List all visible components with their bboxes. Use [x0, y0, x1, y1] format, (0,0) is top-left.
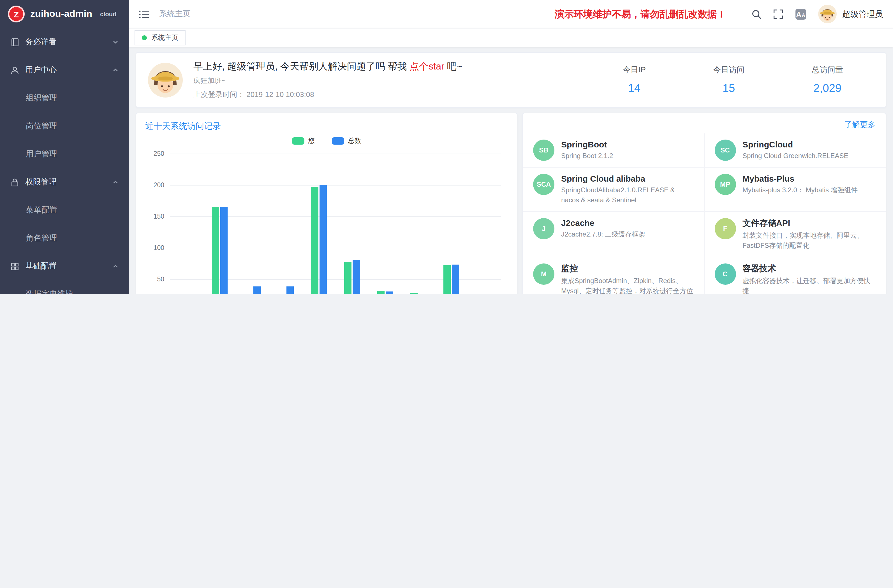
stat-value[interactable]: 2,029 [812, 82, 843, 95]
feature-7[interactable]: C容器技术虚拟化容器技术，让迁移、部署更加方便快捷 [704, 257, 886, 294]
bar-s0-c7[interactable] [410, 293, 418, 294]
feature-badge: M [533, 263, 555, 285]
feature-5[interactable]: F文件存储API封装文件接口，实现本地存储、阿里云、FastDFS存储的配置化 [704, 212, 886, 257]
logo[interactable]: Z zuihou-admin cloud [0, 0, 129, 28]
sidebar-item-3[interactable]: 基础配置 [0, 252, 129, 280]
sidebar-item-1[interactable]: 用户中心 [0, 56, 129, 84]
sidebar-item-2[interactable]: 权限管理 [0, 168, 129, 196]
feature-title: J2cache [561, 218, 645, 227]
feature-title: 容器技术 [743, 263, 876, 274]
header: 系统主页 演示环境维护不易，请勿乱删乱改数据！ A A [129, 0, 893, 28]
bar-legend-item[interactable]: 您 [292, 136, 315, 146]
bar-s0-c1[interactable] [212, 207, 219, 294]
bar-s1-c6[interactable] [386, 292, 393, 294]
sidebar-subitem-2-1[interactable]: 角色管理 [0, 224, 129, 252]
chevron-up-icon [112, 179, 119, 185]
stat-label: 今日访问 [713, 65, 744, 75]
sidebar-item-0[interactable]: 务必详看 [0, 28, 129, 56]
feature-1[interactable]: SCSpringCloudSpring Cloud Greenwich.RELE… [704, 134, 886, 168]
sidebar-subitem-1-2[interactable]: 用户管理 [0, 140, 129, 168]
features-head: 了解更多 [523, 113, 886, 134]
collapse-menu-icon[interactable] [139, 10, 149, 18]
sidebar-item-label: 权限管理 [25, 177, 57, 187]
bar-s1-c5[interactable] [353, 260, 360, 294]
features-card: 了解更多 SBSpringBootSpring Boot 2.1.2SCSpri… [522, 113, 886, 294]
feature-body: SpringCloudSpring Cloud Greenwich.RELEAS… [743, 140, 848, 161]
feature-body: Mybatis-PlusMybatis-plus 3.2.0： Mybatis … [743, 174, 858, 205]
bar-s0-c6[interactable] [377, 291, 385, 294]
feature-badge: SC [714, 140, 736, 161]
feature-title: SpringBoot [561, 140, 613, 149]
stat-value[interactable]: 14 [623, 82, 646, 95]
greeting-title: 早上好, 超级管理员, 今天帮别人解决问题了吗 帮我 点个star 吧~ [193, 60, 462, 73]
stat-0: 今日IP14 [623, 65, 646, 95]
bar-gridline [170, 153, 501, 154]
bar-s0-c8[interactable] [444, 265, 451, 294]
bar-s1-c4[interactable] [320, 185, 327, 294]
bar-s0-c4[interactable] [311, 187, 319, 294]
fullscreen-icon[interactable] [773, 9, 783, 20]
font-size-icon[interactable]: A A [795, 8, 806, 20]
bar-s1-c8[interactable] [452, 265, 459, 294]
stat-label: 总访问量 [812, 65, 843, 75]
y-axis-label: 150 [145, 213, 164, 220]
feature-badge: J [533, 218, 555, 239]
feature-3[interactable]: MPMybatis-PlusMybatis-plus 3.2.0： Mybati… [704, 168, 886, 212]
visits-card: 近十天系统访问记录 您总数 0501001502002502019-12-012… [136, 113, 517, 294]
feature-desc: 虚拟化容器技术，让迁移、部署更加方便快捷 [743, 276, 876, 294]
feature-0[interactable]: SBSpringBootSpring Boot 2.1.2 [523, 134, 704, 168]
user-avatar[interactable] [818, 5, 837, 24]
bar-gridline [170, 248, 501, 248]
sidebar-subitem-1-1[interactable]: 岗位管理 [0, 112, 129, 140]
sidebar-subitem-3-0[interactable]: 数据字典维护 [0, 280, 129, 294]
feature-desc: Spring Boot 2.1.2 [561, 151, 613, 161]
app-title: zuihou-admin [30, 8, 92, 20]
bar-s1-c3[interactable] [286, 287, 294, 294]
svg-text:A: A [796, 10, 801, 18]
greeting-avatar [147, 62, 183, 98]
sidebar-subitem-1-0[interactable]: 组织管理 [0, 84, 129, 112]
y-axis-label: 200 [145, 182, 164, 188]
legend-swatch [332, 137, 344, 144]
page-content: 早上好, 超级管理员, 今天帮别人解决问题了吗 帮我 点个star 吧~ 疯狂加… [129, 47, 893, 294]
tab-home[interactable]: 系统主页 [135, 30, 186, 45]
feature-4[interactable]: JJ2cacheJ2cache2.7.8: 二级缓存框架 [523, 212, 704, 257]
visits-bar-chart[interactable]: 0501001502002502019-12-012019-12-042019-… [145, 149, 508, 294]
bar-s1-c7[interactable] [419, 294, 426, 294]
grid-icon [10, 262, 20, 271]
visits-chart-title: 近十天系统访问记录 [145, 121, 508, 132]
features-grid: SBSpringBootSpring Boot 2.1.2SCSpringClo… [523, 134, 886, 294]
legend-label: 您 [308, 136, 315, 146]
sidebar-menu: 务必详看用户中心组织管理岗位管理用户管理权限管理菜单配置角色管理基础配置数据字典… [0, 28, 129, 294]
bar-legend-item[interactable]: 总数 [332, 136, 361, 146]
y-axis-label: 250 [145, 150, 164, 157]
learn-more-link[interactable]: 了解更多 [844, 120, 876, 130]
sidebar-subitem-2-0[interactable]: 菜单配置 [0, 196, 129, 224]
bar-gridline [170, 279, 501, 280]
feature-desc: Spring Cloud Greenwich.RELEASE [743, 151, 848, 161]
feature-desc: 封装文件接口，实现本地存储、阿里云、FastDFS存储的配置化 [743, 230, 876, 251]
search-icon[interactable] [751, 9, 762, 20]
feature-body: 监控集成SpringBootAdmin、Zipkin、Redis、Mysql、定… [561, 263, 694, 294]
row-charts: 近十天系统访问记录 您总数 0501001502002502019-12-012… [136, 113, 886, 294]
feature-body: SpringBootSpring Boot 2.1.2 [561, 140, 613, 161]
app-root: Z zuihou-admin cloud 务必详看用户中心组织管理岗位管理用户管… [0, 0, 893, 294]
greeting-subtitle: 疯狂加班~ [193, 76, 462, 86]
feature-title: Mybatis-Plus [743, 174, 858, 183]
user-icon [10, 65, 20, 75]
username[interactable]: 超级管理员 [842, 9, 883, 20]
bar-s1-c2[interactable] [253, 287, 261, 294]
feature-2[interactable]: SCASpring Cloud alibabaSpringCloudAlibab… [523, 168, 704, 212]
sidebar-item-label: 务必详看 [25, 37, 57, 47]
logo-icon: Z [8, 6, 25, 23]
bar-s1-c1[interactable] [220, 207, 227, 294]
feature-6[interactable]: M监控集成SpringBootAdmin、Zipkin、Redis、Mysql、… [523, 257, 704, 294]
greeting-text-before: 早上好, 超级管理员, 今天帮别人解决问题了吗 帮我 [193, 61, 409, 72]
breadcrumb[interactable]: 系统主页 [159, 9, 191, 19]
stat-value[interactable]: 15 [713, 82, 744, 95]
star-link[interactable]: 点个star [409, 61, 445, 72]
active-tab-dot-icon [142, 35, 147, 41]
bar-s0-c5[interactable] [344, 262, 352, 294]
feature-title: 文件存储API [743, 218, 876, 229]
legend-label: 总数 [348, 136, 361, 146]
